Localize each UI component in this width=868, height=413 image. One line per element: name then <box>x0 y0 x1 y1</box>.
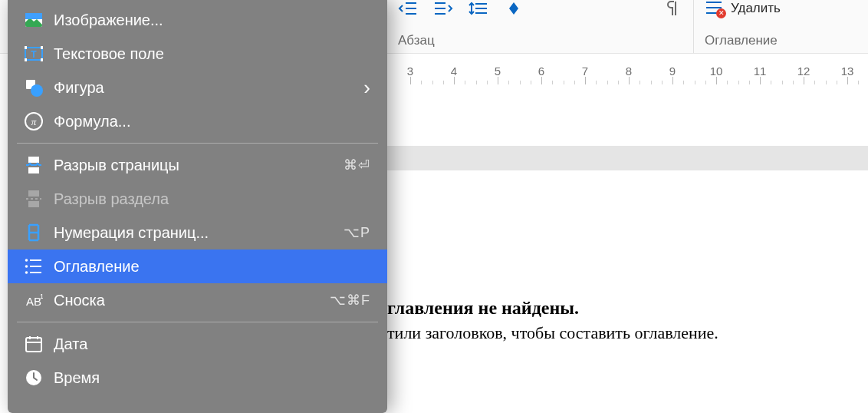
toolbar-toc-label: Оглавление <box>705 33 857 48</box>
ruler-tick <box>804 77 804 84</box>
ruler-number: 6 <box>538 64 544 78</box>
ruler-number: 13 <box>841 64 854 78</box>
menu-item-label: Текстовое поле <box>54 45 370 63</box>
formula-icon <box>25 112 43 131</box>
outdent-icon[interactable] <box>398 0 418 17</box>
menu-item-shape[interactable]: Фигура› <box>8 71 387 104</box>
toc-placeholder-text: главления не найдены. тили заголовков, ч… <box>387 298 718 343</box>
ruler-number: 8 <box>626 64 632 78</box>
chevron-right-icon: › <box>363 76 370 100</box>
image-icon <box>25 11 43 29</box>
toc-delete-label: Удалить <box>731 1 781 16</box>
menu-item-label: Разрыв раздела <box>54 190 370 208</box>
line-spacing-icon[interactable] <box>469 0 488 17</box>
menu-item-pagenum[interactable]: Нумерация страниц...⌥P <box>8 216 387 249</box>
insert-menu[interactable]: Изображение...Текстовое полеФигура›Форму… <box>8 0 387 413</box>
menu-item-toc[interactable]: Оглавление <box>8 249 387 283</box>
toolbar-group-toc: ✕ Удалить Оглавление <box>694 0 868 53</box>
menu-item-label: Дата <box>54 335 370 353</box>
toc-placeholder-body: тили заголовков, чтобы составить оглавле… <box>387 323 718 343</box>
menu-item-image[interactable]: Изображение... <box>8 3 387 37</box>
ruler-tick <box>760 77 761 84</box>
ruler-tick <box>410 77 411 84</box>
menu-item-formula[interactable]: Формула... <box>8 104 387 138</box>
pagebreak-icon <box>25 156 43 174</box>
menu-item-sectionbreak: Разрыв раздела <box>8 182 387 216</box>
menu-item-label: Фигура <box>54 79 353 97</box>
menu-item-shortcut: ⌘⏎ <box>344 157 370 173</box>
ruler-number: 5 <box>495 64 501 78</box>
indent-icon[interactable] <box>433 0 453 17</box>
ruler-tick <box>585 77 586 84</box>
document-area[interactable]: главления не найдены. тили заголовков, ч… <box>387 84 868 413</box>
menu-item-shortcut: ⌥P <box>344 224 370 241</box>
menu-item-label: Формула... <box>54 113 370 131</box>
ruler-tick <box>716 77 717 84</box>
ruler-tick <box>454 77 455 84</box>
menu-item-footnote[interactable]: Сноска⌥⌘F <box>8 283 387 317</box>
ruler-tick <box>541 77 542 84</box>
time-icon <box>25 368 43 387</box>
toc-outline-icon: ✕ <box>705 0 725 17</box>
menu-item-label: Время <box>54 369 370 387</box>
shape-icon <box>25 78 43 97</box>
menu-item-label: Изображение... <box>54 12 370 29</box>
toolbar-paragraph-label: Абзац <box>398 33 682 48</box>
delete-badge-icon: ✕ <box>716 8 726 18</box>
menu-item-shortcut: ⌥⌘F <box>330 292 370 309</box>
menu-item-date[interactable]: Дата <box>8 327 387 361</box>
menu-item-label: Оглавление <box>54 258 370 276</box>
pagenum-icon <box>25 223 43 242</box>
pilcrow-icon[interactable] <box>663 0 682 17</box>
menu-item-time[interactable]: Время <box>8 361 387 395</box>
ruler-number: 11 <box>754 64 767 78</box>
toolbar-group-paragraph: Абзац <box>387 0 694 53</box>
menu-item-label: Сноска <box>54 292 319 309</box>
page-gap <box>387 146 868 170</box>
ruler-number: 3 <box>407 64 413 78</box>
footnote-icon <box>25 291 43 309</box>
sectionbreak-icon <box>25 190 43 208</box>
menu-separator <box>17 143 378 144</box>
ruler-tick <box>498 77 498 84</box>
toc-delete-button[interactable]: ✕ Удалить <box>705 0 781 17</box>
menu-separator <box>17 322 378 322</box>
date-icon <box>25 335 43 353</box>
toc-icon <box>25 257 43 276</box>
ruler-number: 12 <box>797 64 810 78</box>
menu-item-label: Нумерация страниц... <box>54 224 333 242</box>
ruler-tick <box>847 77 848 84</box>
toc-placeholder-heading: главления не найдены. <box>387 298 718 319</box>
menu-item-textbox[interactable]: Текстовое поле <box>8 37 387 71</box>
bullet-color-icon[interactable] <box>504 0 524 17</box>
ruler[interactable]: 345678910111213 <box>387 54 868 84</box>
textbox-icon <box>25 45 43 63</box>
ruler-number: 10 <box>710 64 723 78</box>
ruler-tick <box>672 77 673 84</box>
menu-item-label: Разрыв страницы <box>54 157 333 174</box>
menu-item-pagebreak[interactable]: Разрыв страницы⌘⏎ <box>8 148 387 182</box>
ruler-tick <box>629 77 630 84</box>
ruler-number: 7 <box>582 64 588 78</box>
ruler-number: 9 <box>669 64 676 78</box>
ruler-number: 4 <box>451 64 457 78</box>
